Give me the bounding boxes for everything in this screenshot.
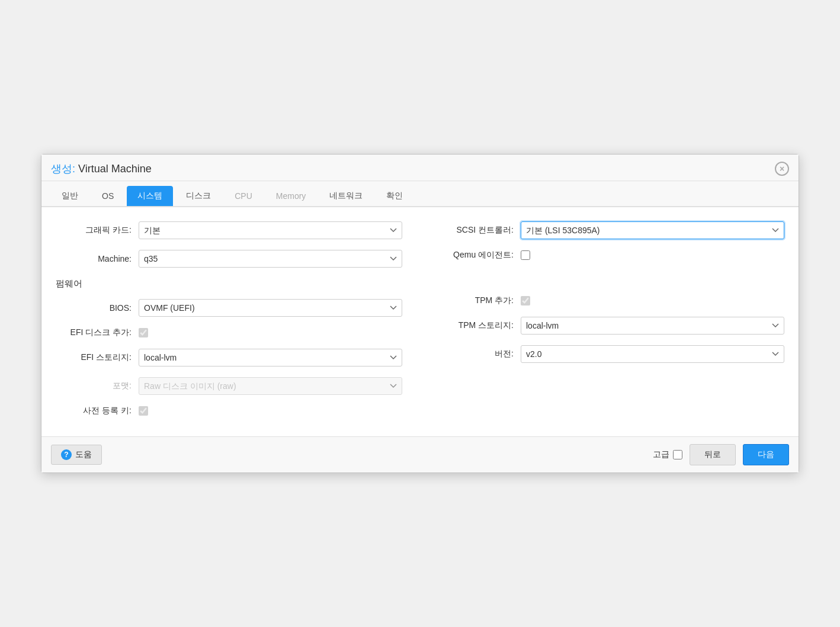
dialog-footer: ? 도움 고급 뒤로 다음 — [41, 436, 799, 472]
dialog: 생성: Virtual Machine × 일반 OS 시스템 디스크 CPU … — [41, 154, 799, 473]
scsi-control: 기본 (LSI 53C895A) VirtIO SCSI LSI 53C810 — [521, 221, 784, 239]
tab-general[interactable]: 일반 — [51, 186, 89, 206]
graphic-card-select[interactable]: 기본 — [139, 221, 402, 239]
dialog-header: 생성: Virtual Machine × — [41, 155, 799, 181]
left-col: 그래픽 카드: 기본 Machine: q35 i440fx — [56, 221, 402, 427]
efi-storage-select[interactable]: local-lvm — [139, 349, 402, 366]
title-text: Virtual Machine — [78, 163, 152, 175]
bios-label: BIOS: — [56, 303, 139, 313]
tab-memory: Memory — [265, 187, 317, 205]
qemu-agent-control — [521, 250, 784, 260]
version-select[interactable]: v2.0 v1.2 — [521, 345, 784, 363]
tab-confirm[interactable]: 확인 — [376, 186, 413, 206]
footer-left: ? 도움 — [51, 445, 102, 465]
help-icon: ? — [61, 449, 72, 460]
efi-disk-checkbox — [139, 328, 148, 337]
tab-os[interactable]: OS — [91, 187, 124, 205]
footer-right: 고급 뒤로 다음 — [653, 444, 789, 465]
machine-control: q35 i440fx — [139, 250, 402, 268]
scsi-row: SCSI 컨트롤러: 기본 (LSI 53C895A) VirtIO SCSI … — [438, 221, 784, 239]
preregistered-key-row: 사전 등록 키: — [56, 406, 402, 416]
advanced-label: 고급 — [653, 449, 669, 460]
tpm-add-control — [521, 296, 784, 306]
tpm-storage-control: local-lvm — [521, 317, 784, 335]
form-grid: 그래픽 카드: 기본 Machine: q35 i440fx — [56, 221, 784, 427]
format-label: 포맷: — [56, 381, 139, 391]
tab-cpu: CPU — [224, 187, 263, 205]
graphic-card-label: 그래픽 카드: — [56, 225, 139, 236]
format-select: Raw 디스크 이미지 (raw) — [139, 377, 402, 395]
bios-row: BIOS: OVMF (UEFI) SeaBIOS — [56, 299, 402, 317]
help-button[interactable]: ? 도움 — [51, 445, 102, 465]
efi-storage-control: local-lvm — [139, 349, 402, 366]
tpm-storage-select[interactable]: local-lvm — [521, 317, 784, 335]
format-row: 포맷: Raw 디스크 이미지 (raw) — [56, 377, 402, 395]
preregistered-key-checkbox — [139, 406, 148, 416]
firmware-section-title: 펌웨어 — [56, 278, 402, 290]
back-button[interactable]: 뒤로 — [690, 444, 736, 465]
efi-disk-row: EFI 디스크 추가: — [56, 327, 402, 338]
efi-storage-label: EFI 스토리지: — [56, 352, 139, 363]
preregistered-key-control — [139, 406, 402, 416]
tpm-storage-label: TPM 스토리지: — [438, 320, 521, 331]
close-button[interactable]: × — [775, 162, 789, 176]
tab-disk[interactable]: 디스크 — [175, 186, 222, 206]
version-label: 버전: — [438, 349, 521, 359]
format-control: Raw 디스크 이미지 (raw) — [139, 377, 402, 395]
machine-row: Machine: q35 i440fx — [56, 250, 402, 268]
next-button[interactable]: 다음 — [743, 444, 789, 465]
bios-control: OVMF (UEFI) SeaBIOS — [139, 299, 402, 317]
graphic-card-row: 그래픽 카드: 기본 — [56, 221, 402, 239]
title-prefix: 생성: — [51, 163, 78, 175]
version-row: 버전: v2.0 v1.2 — [438, 345, 784, 363]
version-control: v2.0 v1.2 — [521, 345, 784, 363]
dialog-title: 생성: Virtual Machine — [51, 162, 152, 176]
qemu-agent-label: Qemu 에이전트: — [438, 250, 521, 261]
preregistered-key-label: 사전 등록 키: — [56, 406, 139, 416]
advanced-wrap: 고급 — [653, 449, 682, 460]
advanced-checkbox[interactable] — [673, 450, 682, 459]
tab-system[interactable]: 시스템 — [127, 186, 173, 206]
dialog-body: 그래픽 카드: 기본 Machine: q35 i440fx — [41, 207, 799, 436]
tpm-add-row: TPM 추가: — [438, 295, 784, 306]
right-col: SCSI 컨트롤러: 기본 (LSI 53C895A) VirtIO SCSI … — [438, 221, 784, 427]
scsi-label: SCSI 컨트롤러: — [438, 225, 521, 236]
right-spacer — [438, 271, 784, 293]
efi-disk-label: EFI 디스크 추가: — [56, 327, 139, 338]
qemu-agent-checkbox[interactable] — [521, 250, 530, 260]
tab-bar: 일반 OS 시스템 디스크 CPU Memory 네트워크 확인 — [41, 181, 799, 207]
efi-storage-row: EFI 스토리지: local-lvm — [56, 349, 402, 366]
tab-network[interactable]: 네트워크 — [319, 186, 373, 206]
close-icon: × — [780, 164, 784, 173]
machine-label: Machine: — [56, 254, 139, 263]
machine-select[interactable]: q35 i440fx — [139, 250, 402, 268]
bios-select[interactable]: OVMF (UEFI) SeaBIOS — [139, 299, 402, 317]
tpm-add-label: TPM 추가: — [438, 295, 521, 306]
help-label: 도움 — [75, 449, 92, 460]
scsi-select[interactable]: 기본 (LSI 53C895A) VirtIO SCSI LSI 53C810 — [521, 221, 784, 239]
qemu-agent-row: Qemu 에이전트: — [438, 250, 784, 261]
tpm-add-checkbox — [521, 296, 530, 306]
graphic-card-control: 기본 — [139, 221, 402, 239]
tpm-storage-row: TPM 스토리지: local-lvm — [438, 317, 784, 335]
efi-disk-control — [139, 328, 402, 337]
